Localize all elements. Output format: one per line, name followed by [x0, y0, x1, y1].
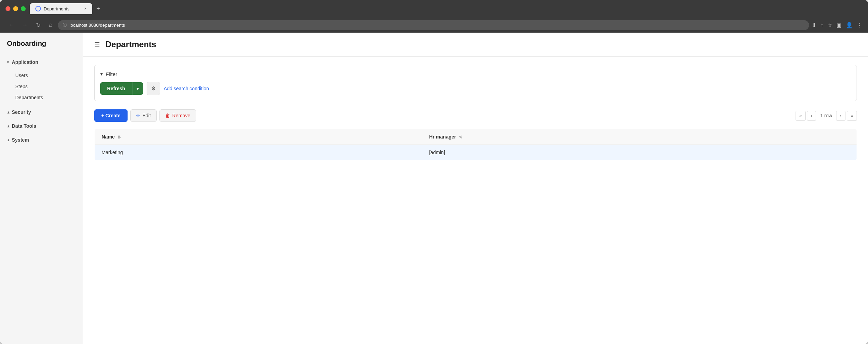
tab-title: Departments	[44, 6, 69, 11]
forward-button[interactable]: →	[19, 20, 31, 30]
share-icon[interactable]: ↑	[821, 22, 823, 28]
table-row[interactable]: Marketing [admin]	[95, 145, 857, 160]
sidebar: Onboarding ▾ Application Users Steps Dep…	[0, 33, 83, 344]
new-tab-button[interactable]: +	[94, 4, 103, 14]
sidebar-section-application-label: Application	[12, 59, 38, 65]
refresh-button-group: Refresh ▾	[100, 82, 143, 95]
table-body: Marketing [admin]	[95, 145, 857, 160]
pencil-icon: ✏	[136, 113, 140, 118]
sidebar-section-security-label: Security	[12, 109, 31, 115]
traffic-lights	[6, 6, 26, 11]
sidebar-item-users[interactable]: Users	[0, 70, 83, 81]
filter-label: Filter	[106, 71, 117, 77]
sidebar-section-system-header[interactable]: ▸ System	[0, 134, 83, 146]
main-content: ☰ Departments ▾ Filter Refresh ▾	[83, 33, 868, 344]
column-hr-manager-label: Hr manager	[429, 134, 456, 140]
sidebar-brand: Onboarding	[0, 40, 83, 56]
remove-button[interactable]: 🗑 Remove	[159, 109, 196, 122]
trash-icon: 🗑	[165, 113, 170, 118]
lock-icon: ⓘ	[63, 22, 67, 28]
column-hr-manager[interactable]: Hr manager ⇅	[422, 129, 857, 145]
refresh-dropdown-button[interactable]: ▾	[132, 82, 143, 95]
sidebar-section-data-tools: ▸ Data Tools	[0, 120, 83, 132]
sort-icon-name: ⇅	[118, 135, 121, 139]
maximize-button[interactable]	[21, 6, 26, 11]
browser-actions: ⬇ ↑ ☆ ▣ 👤 ⋮	[812, 22, 862, 28]
edit-button[interactable]: ✏ Edit	[130, 109, 157, 122]
pagination: « ‹ 1 row › »	[796, 111, 857, 121]
cell-name: Marketing	[95, 145, 422, 160]
sort-icon-hr-manager: ⇅	[459, 135, 462, 139]
first-page-button[interactable]: «	[796, 111, 806, 121]
sidebar-section-application-items: Users Steps Departments	[0, 68, 83, 104]
active-tab[interactable]: Departments ×	[30, 3, 92, 14]
home-button[interactable]: ⌂	[46, 20, 55, 30]
hamburger-icon[interactable]: ☰	[94, 41, 100, 48]
departments-table: Name ⇅ Hr manager ⇅ Marketing [	[94, 129, 857, 160]
add-condition-link[interactable]: Add search condition	[164, 86, 209, 91]
sidebar-section-system: ▸ System	[0, 134, 83, 146]
chevron-right-icon: ▸	[6, 139, 10, 141]
column-name-label: Name	[102, 134, 115, 140]
filter-chevron-icon: ▾	[100, 71, 103, 77]
table-header-row: Name ⇅ Hr manager ⇅	[95, 129, 857, 145]
edit-label: Edit	[142, 113, 151, 118]
tab-close-icon[interactable]: ×	[84, 6, 87, 11]
page-title: Departments	[105, 40, 156, 49]
next-page-button[interactable]: ›	[836, 111, 845, 121]
filter-section: ▾ Filter Refresh ▾ ⚙ Add search conditio…	[94, 65, 857, 101]
browser-window: Departments × + ← → ↻ ⌂ ⓘ localhost:8080…	[0, 0, 868, 344]
gear-icon: ⚙	[151, 85, 156, 91]
filter-settings-button[interactable]: ⚙	[147, 82, 160, 95]
sidebar-item-departments[interactable]: Departments	[0, 92, 83, 103]
main-header: ☰ Departments	[83, 33, 868, 57]
sidebar-section-security-header[interactable]: ▸ Security	[0, 106, 83, 118]
main-body: ▾ Filter Refresh ▾ ⚙ Add search conditio…	[83, 57, 868, 169]
browser-nav: ← → ↻ ⌂ ⓘ localhost:8080/departments ⬇ ↑…	[0, 17, 868, 33]
chevron-down-icon: ▾	[7, 60, 9, 65]
action-bar: + Create ✏ Edit 🗑 Remove « ‹ 1 row ›	[94, 109, 857, 122]
sidebar-section-application-header[interactable]: ▾ Application	[0, 56, 83, 68]
refresh-button[interactable]: ↻	[33, 20, 43, 30]
minimize-button[interactable]	[13, 6, 18, 11]
last-page-button[interactable]: »	[847, 111, 857, 121]
back-button[interactable]: ←	[6, 20, 17, 30]
browser-titlebar: Departments × +	[0, 0, 868, 17]
remove-label: Remove	[172, 113, 190, 118]
refresh-button[interactable]: Refresh	[100, 82, 132, 95]
tab-favicon	[35, 6, 41, 11]
tab-bar: Departments × +	[30, 3, 862, 14]
address-bar[interactable]: ⓘ localhost:8080/departments	[58, 20, 809, 30]
sidebar-section-security: ▸ Security	[0, 106, 83, 118]
table-header: Name ⇅ Hr manager ⇅	[95, 129, 857, 145]
address-text: localhost:8080/departments	[70, 23, 125, 28]
chevron-right-icon: ▸	[6, 111, 10, 113]
sidebar-section-data-tools-label: Data Tools	[12, 123, 36, 129]
sidebar-section-application: ▾ Application Users Steps Departments	[0, 56, 83, 104]
column-name[interactable]: Name ⇅	[95, 129, 422, 145]
profile-icon[interactable]: 👤	[846, 22, 853, 28]
sidebar-section-data-tools-header[interactable]: ▸ Data Tools	[0, 120, 83, 132]
prev-page-button[interactable]: ‹	[807, 111, 816, 121]
sidebar-item-steps[interactable]: Steps	[0, 81, 83, 92]
cell-hr-manager: [admin]	[422, 145, 857, 160]
create-button[interactable]: + Create	[94, 109, 128, 122]
close-button[interactable]	[6, 6, 10, 11]
chevron-right-icon: ▸	[6, 125, 10, 127]
filter-header[interactable]: ▾ Filter	[100, 71, 851, 77]
sidebar-section-system-label: System	[12, 137, 29, 143]
pagination-info: 1 row	[817, 113, 835, 118]
download-icon[interactable]: ⬇	[812, 22, 816, 28]
filter-controls: Refresh ▾ ⚙ Add search condition	[100, 82, 851, 95]
split-view-icon[interactable]: ▣	[836, 22, 842, 28]
bookmark-icon[interactable]: ☆	[827, 22, 832, 28]
menu-icon[interactable]: ⋮	[857, 22, 862, 28]
app-container: Onboarding ▾ Application Users Steps Dep…	[0, 33, 868, 344]
